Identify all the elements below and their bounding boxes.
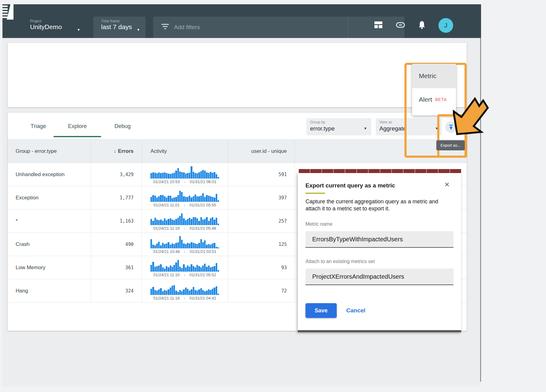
sparkline-bar [175,197,177,202]
sparkline-bar [172,286,173,295]
sparkline-bar [160,173,161,179]
close-icon[interactable]: ✕ [444,181,450,188]
sparkline-bar [177,168,179,179]
sparkline-bar [166,198,167,202]
sparkline-bar [193,266,194,272]
sparkline-bar [150,239,152,248]
menu-item-alert[interactable]: Alert BETA [412,88,456,111]
sparkline-bar [202,193,204,202]
beta-badge: BETA [435,97,447,102]
export-metric-modal: Export current query as a metric ✕ Captu… [298,173,461,332]
sparkline-bar [218,247,219,248]
sparkline-dates: 01/24/21 10:53-01/31/21 06:01 [153,179,216,184]
sparkline-bar [202,290,204,295]
sparkline-bar [210,290,211,295]
sparkline-bar [152,245,154,248]
tab-debug[interactable]: Debug [101,123,144,130]
sparkline-bar [198,221,200,225]
timeframe-text: Time frame last 7 days [101,19,132,31]
chevron-down-icon[interactable]: ▼ [364,127,367,130]
activity-sparkline [150,188,219,202]
sparkline-bar [173,265,175,272]
column-header-group[interactable]: Group - error.type [8,140,91,163]
link-icon[interactable] [396,21,405,29]
sparkline-bar [170,218,171,225]
sparkline-bar [185,197,187,202]
metric-name-field[interactable] [305,231,453,248]
sparkline-bar [173,173,175,179]
sparkline-bar [177,260,179,272]
attach-set-field[interactable] [305,269,453,285]
sparkline-bar [185,174,187,179]
sparkline-bar [195,290,196,295]
sparkline-bar [162,195,164,202]
sparkline-bar [168,289,169,295]
sparkline-bar [189,267,190,272]
sparkline-bar [206,267,207,272]
user-avatar[interactable]: J [438,18,453,33]
sparkline-bar [200,239,202,248]
sparkline-bar [172,198,173,202]
sparkline-bar [173,198,175,202]
notifications-bell-icon[interactable] [418,21,426,29]
backtrace-logo-icon[interactable] [2,4,13,20]
sparkline-bar [177,195,179,202]
sparkline-bar [170,245,171,248]
sparkline-bar [195,267,196,272]
column-header-users[interactable]: user.id - unique [228,140,295,163]
modal-body-text: Capture the current aggregation query as… [305,198,449,213]
sparkline-bar [216,218,217,225]
sparkline-bar [179,236,181,248]
column-header-errors[interactable]: ↓ Errors [91,140,142,163]
tab-explore[interactable]: Explore [54,123,101,130]
sparkline-bar [202,242,204,248]
sparkline-bar [183,289,184,295]
tab-triage[interactable]: Triage [23,123,54,130]
sparkline-bar [202,170,204,179]
cell-activity: 01/24/21 11:19-01/31/21 05:46 [142,209,228,232]
screen-edge-line [480,5,481,382]
logo-stripes [2,6,8,18]
sparkline-bar [164,172,165,179]
sparkline-bar [191,242,192,248]
activity-sparkline [150,281,219,295]
column-header-activity[interactable]: Activity [142,140,228,163]
sparkline-bar [183,243,184,248]
save-button[interactable]: Save [305,303,337,318]
cell-activity: 01/24/21 10:53-01/31/21 06:01 [142,163,228,186]
chevron-down-icon[interactable]: ▼ [77,28,80,32]
sparkline-bar [150,289,152,295]
cell-users: 257 [228,209,295,232]
sparkline-bar [218,224,219,225]
project-selector[interactable]: Project UnityDemo [30,19,62,31]
cell-activity: 01/24/21 11:18-01/31/21 04:42 [142,279,228,302]
sparkline-bar [162,173,164,179]
sparkline-bar [173,285,175,295]
attach-set-label: Attach to an existing metrics set [305,259,375,264]
sparkline-bar [204,219,206,225]
sparkline-bar [162,291,164,295]
sparkline-bar [208,173,210,179]
sparkline-bar [154,173,156,179]
sparkline-bar [166,220,167,225]
sparkline-bar [162,221,164,225]
dashboard-grid-icon[interactable] [374,21,383,29]
cancel-button[interactable]: Cancel [346,307,365,314]
sparkline-bar [172,243,173,248]
sparkline-bar [181,213,183,225]
sparkline-bar [210,172,211,179]
sparkline-bar [196,218,198,225]
chevron-down-icon[interactable]: ▼ [137,28,140,32]
menu-item-metric[interactable]: Metric [412,64,456,88]
cell-errors: 1,777 [91,186,142,209]
sparkline-bar [191,289,192,295]
sparkline-bar [175,219,177,225]
tutorial-arrow-icon [453,94,496,143]
project-label: Project [30,19,62,23]
cell-errors: 490 [91,233,142,256]
sparkline-bar [150,265,152,272]
sparkline-bar [193,196,194,202]
sparkline-bar [152,195,154,202]
sparkline-bar [154,245,156,248]
sparkline-bar [214,288,215,295]
